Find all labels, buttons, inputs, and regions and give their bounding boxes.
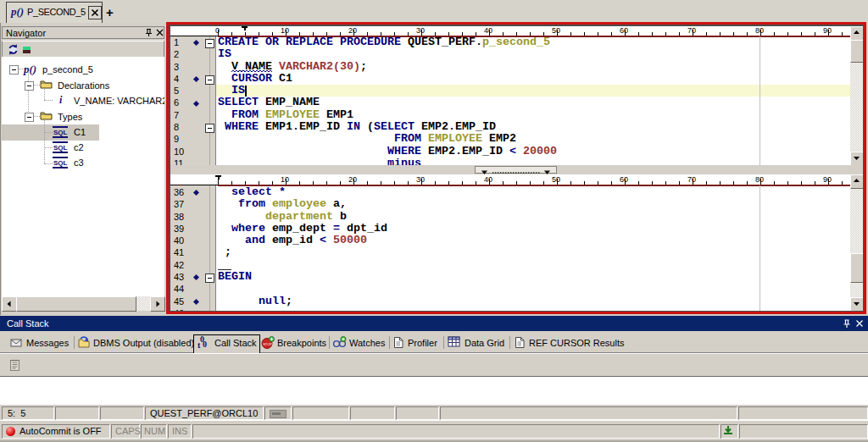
svg-text:STOP: STOP [263,342,272,346]
